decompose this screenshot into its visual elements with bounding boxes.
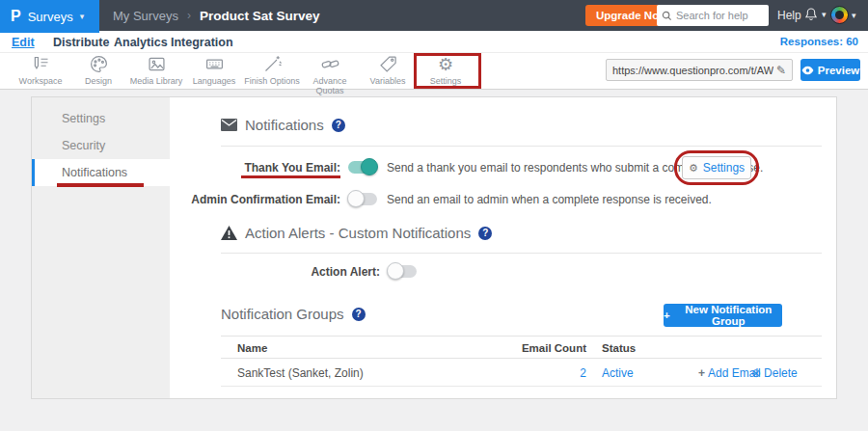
notifications-section-header: Notifications ? — [221, 117, 345, 133]
magic-wand-icon — [262, 54, 283, 74]
envelope-icon — [221, 119, 237, 131]
chevron-down-icon: ▾ — [80, 12, 85, 21]
tab-analytics[interactable]: Analytics — [114, 36, 168, 49]
preview-label: Preview — [818, 65, 859, 76]
admin-confirmation-email-description: Send an email to admin when a complete r… — [387, 193, 712, 206]
thank-you-email-label: Thank You Email: — [119, 161, 340, 175]
table-row: SankTest (Sanket, Zolin) 2 Active + Add … — [221, 359, 822, 387]
divider — [221, 146, 822, 147]
tab-integration[interactable]: Integration — [171, 36, 233, 49]
annotation-underline-thank-you-email — [241, 175, 340, 178]
plus-icon: + — [664, 310, 670, 321]
toolbar-item-workspace[interactable]: Workspace — [12, 54, 69, 95]
tab-distribute[interactable]: Distribute — [53, 36, 109, 49]
warning-triangle-icon — [221, 226, 237, 240]
notification-groups-table: Name Email Count Status SankTest (Sanket… — [221, 336, 822, 387]
notification-groups-title: Notification Groups — [221, 306, 344, 322]
image-icon — [147, 54, 167, 74]
chevron-down-icon: ▾ — [852, 11, 856, 20]
toolbar-item-design[interactable]: Design — [69, 54, 127, 95]
toolbar-item-variables[interactable]: Variables — [359, 54, 417, 95]
delete-circle-icon: ⊗ — [751, 366, 761, 380]
action-alerts-section-header: Action Alerts - Custom Notifications ? — [221, 225, 492, 241]
toolbar-item-settings[interactable]: ⚙ Settings — [417, 54, 475, 95]
questionpro-logo: P — [11, 8, 21, 25]
avatar — [830, 6, 849, 24]
settings-content-card: Settings Security Notifications Notifica… — [31, 96, 837, 399]
notifications-bell-menu[interactable]: ▾ — [803, 6, 827, 23]
sidebar-item-settings[interactable]: Settings — [32, 105, 170, 132]
group-email-count-link[interactable]: 2 — [509, 366, 586, 380]
notification-groups-section-header: Notification Groups ? — [221, 306, 366, 322]
chain-link-icon — [320, 54, 340, 74]
toolbar-item-languages[interactable]: Languages — [185, 54, 243, 95]
breadcrumb-separator-icon: › — [187, 9, 191, 22]
new-group-button-label: New Notification Group — [675, 304, 782, 327]
admin-confirmation-email-toggle[interactable] — [348, 193, 377, 205]
delete-group-link[interactable]: ⊗ Delete — [751, 366, 798, 380]
tab-edit[interactable]: Edit — [12, 36, 35, 49]
column-header-name: Name — [237, 342, 267, 354]
column-header-status: Status — [602, 342, 636, 354]
survey-url-text: https://www.questionpro.com/t/AW22ZcC — [612, 65, 773, 76]
help-search-box[interactable] — [657, 5, 769, 26]
chevron-down-icon: ▾ — [822, 10, 827, 19]
action-alert-label: Action Alert: — [254, 265, 380, 279]
toolbar-items: Workspace Design Media Library Languages… — [12, 54, 475, 95]
plus-icon: + — [698, 366, 705, 380]
toolbar-item-media-library[interactable]: Media Library — [127, 54, 185, 95]
table-header-row: Name Email Count Status — [221, 336, 822, 359]
edit-pencil-icon[interactable]: ✎ — [776, 64, 786, 77]
action-alert-toggle[interactable] — [388, 265, 417, 278]
gear-icon: ⚙ — [689, 162, 698, 175]
tag-icon — [378, 54, 398, 74]
help-icon[interactable]: ? — [352, 308, 366, 321]
survey-url-field[interactable]: https://www.questionpro.com/t/AW22ZcC ✎ — [606, 59, 793, 81]
account-menu[interactable]: ▾ — [830, 6, 856, 24]
thank-you-email-toggle[interactable] — [348, 161, 377, 174]
help-icon[interactable]: ? — [332, 119, 345, 132]
surveys-product-menu[interactable]: P Surveys ▾ — [0, 0, 99, 33]
column-header-email-count: Email Count — [509, 342, 586, 354]
divider — [221, 253, 822, 254]
palette-icon — [89, 54, 109, 74]
admin-confirmation-email-label: Admin Confirmation Email: — [119, 193, 340, 206]
surveys-menu-label: Surveys — [28, 10, 73, 24]
new-notification-group-button[interactable]: + New Notification Group — [664, 304, 782, 327]
breadcrumb: My Surveys › Product Sat Survey — [113, 0, 319, 31]
preview-button[interactable]: Preview — [800, 59, 860, 81]
help-icon[interactable]: ? — [478, 227, 492, 240]
group-name: SankTest (Sanket, Zolin) — [237, 366, 364, 380]
thank-you-email-settings-button[interactable]: ⚙ Settings — [682, 156, 751, 179]
toolbar-item-advance-quotas[interactable]: Advance Quotas — [301, 54, 359, 95]
breadcrumb-my-surveys[interactable]: My Surveys — [113, 9, 178, 23]
search-icon — [662, 11, 672, 21]
eye-icon — [801, 66, 814, 75]
help-link[interactable]: Help — [777, 9, 801, 22]
bell-icon — [803, 6, 819, 23]
responses-count[interactable]: Responses: 60 — [780, 36, 858, 47]
settings-sidebar: Settings Security Notifications — [32, 97, 170, 398]
action-alerts-section-title: Action Alerts - Custom Notifications — [245, 225, 471, 241]
breadcrumb-current-survey: Product Sat Survey — [200, 9, 320, 23]
help-search-input[interactable] — [676, 10, 761, 21]
settings-button-label: Settings — [703, 161, 745, 175]
keyboard-icon — [204, 54, 225, 74]
gear-icon: ⚙ — [438, 56, 453, 74]
group-status-link[interactable]: Active — [602, 366, 634, 380]
sidebar-item-security[interactable]: Security — [32, 132, 170, 159]
toolbar-item-finish-options[interactable]: Finish Options — [243, 54, 301, 95]
notifications-section-title: Notifications — [245, 117, 324, 133]
workspace-icon — [31, 54, 51, 74]
